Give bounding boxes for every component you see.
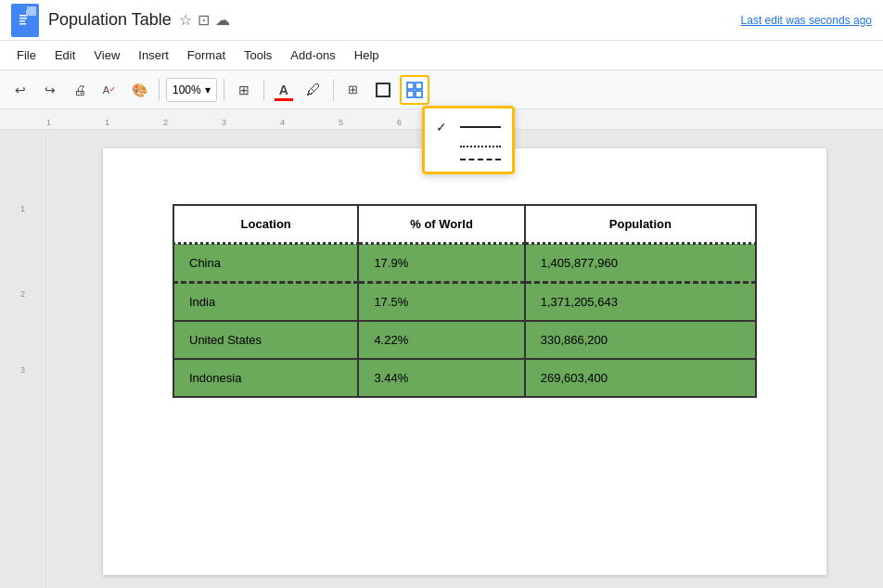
text-color-button[interactable]: A	[271, 77, 297, 103]
add-rows-button[interactable]: ⊞	[231, 77, 257, 103]
cell-population-2: 330,866,200	[525, 321, 756, 359]
svg-rect-6	[407, 83, 414, 89]
cell-population-3: 269,603,400	[525, 359, 756, 397]
menu-bar: File Edit View Insert Format Tools Add-o…	[0, 41, 883, 70]
header-percent: % of World	[358, 205, 524, 244]
svg-rect-2	[19, 18, 27, 19]
star-icon[interactable]: ☆	[179, 11, 192, 29]
ruler-mark-1: 1	[46, 118, 51, 127]
cell-location-0: China	[173, 244, 358, 283]
zoom-selector[interactable]: 100% ▾	[166, 78, 217, 102]
cell-percent-0: 17.9%	[358, 244, 524, 283]
cell-percent-2: 4.22%	[358, 321, 524, 359]
cell-location-2: United States	[173, 321, 358, 359]
content-area: 1 2 3 Location % of World Population Chi…	[0, 130, 883, 588]
border-color-button[interactable]	[370, 77, 396, 103]
dotted-line-preview	[460, 146, 501, 147]
undo-button[interactable]: ↩	[7, 77, 33, 103]
table-row: India 17.5% 1,371,205,643	[173, 283, 756, 322]
menu-tools[interactable]: Tools	[237, 45, 279, 66]
zoom-dropdown-icon: ▾	[205, 83, 211, 96]
print-button[interactable]: 🖨	[67, 77, 93, 103]
page-wrapper: Location % of World Population China 17.…	[46, 130, 883, 588]
redo-button[interactable]: ↪	[37, 77, 63, 103]
border-dashed-option[interactable]	[425, 153, 512, 166]
ruler-mark-4: 3	[222, 118, 226, 127]
table-row: Indonesia 3.44% 269,603,400	[173, 359, 756, 397]
svg-rect-3	[19, 20, 25, 22]
cell-population-1: 1,371,205,643	[525, 283, 756, 322]
header-location: Location	[173, 205, 358, 244]
svg-rect-5	[26, 10, 32, 16]
page-num-3: 3	[20, 365, 25, 375]
cell-population-0: 1,405,877,960	[525, 244, 756, 283]
border-solid-option[interactable]: ✓	[425, 114, 512, 140]
border-style-button[interactable]	[400, 75, 429, 105]
page-num-2: 2	[20, 289, 25, 299]
ruler-mark-7: 6	[397, 118, 402, 127]
menu-file[interactable]: File	[9, 45, 44, 66]
paint-format-button[interactable]: 🎨	[126, 77, 152, 103]
zoom-value: 100%	[173, 83, 201, 96]
table-row: China 17.9% 1,405,877,960	[173, 244, 756, 283]
menu-help[interactable]: Help	[347, 45, 387, 66]
doc-icon	[11, 4, 39, 37]
separator-1	[159, 79, 160, 101]
population-table: Location % of World Population China 17.…	[173, 204, 757, 398]
menu-view[interactable]: View	[86, 45, 127, 66]
table-header-row: Location % of World Population	[173, 205, 756, 244]
menu-format[interactable]: Format	[180, 45, 233, 66]
table-row: United States 4.22% 330,866,200	[173, 321, 756, 359]
cell-percent-1: 17.5%	[358, 283, 524, 322]
menu-edit[interactable]: Edit	[47, 45, 83, 66]
ruler-mark-3: 2	[163, 118, 168, 127]
highlight-color-button[interactable]: 🖊	[301, 77, 326, 103]
border-dotted-option[interactable]	[425, 140, 512, 153]
solid-check: ✓	[436, 120, 451, 134]
cell-percent-3: 3.44%	[358, 359, 524, 397]
cell-location-1: India	[173, 283, 358, 322]
cloud-icon[interactable]: ☁	[215, 11, 230, 29]
svg-rect-7	[416, 83, 422, 89]
ruler-mark-6: 5	[339, 118, 343, 127]
cell-location-3: Indonesia	[173, 359, 358, 397]
menu-addons[interactable]: Add-ons	[283, 45, 342, 66]
spellcheck-button[interactable]: A✓	[96, 77, 122, 103]
dashed-line-preview	[460, 159, 501, 160]
border-style-dropdown: ✓	[422, 106, 515, 174]
document-title[interactable]: Population Table	[48, 10, 172, 30]
separator-3	[263, 79, 264, 101]
separator-4	[333, 79, 334, 101]
title-bar: Population Table ☆ ⊡ ☁ Last edit was sec…	[0, 0, 883, 41]
ruler-mark-5: 4	[280, 118, 285, 127]
last-edit-status[interactable]: Last edit was seconds ago	[741, 14, 872, 27]
svg-rect-9	[416, 91, 422, 97]
document-page: Location % of World Population China 17.…	[103, 148, 826, 575]
page-num-1: 1	[20, 204, 25, 213]
svg-rect-4	[19, 23, 26, 25]
title-icons: ☆ ⊡ ☁	[179, 11, 230, 29]
header-population: Population	[525, 205, 756, 244]
menu-insert[interactable]: Insert	[131, 45, 176, 66]
ruler-mark-2: 1	[105, 118, 109, 127]
border-all-button[interactable]: ⊞	[340, 77, 366, 103]
sidebar: 1 2 3	[0, 130, 46, 588]
separator-2	[224, 79, 224, 101]
history-icon[interactable]: ⊡	[198, 11, 210, 29]
svg-rect-1	[19, 15, 27, 17]
svg-rect-8	[407, 91, 414, 97]
toolbar: ↩ ↪ 🖨 A✓ 🎨 100% ▾ ⊞ A 🖊 ⊞ ✓	[0, 70, 883, 109]
solid-line-preview	[460, 126, 501, 128]
